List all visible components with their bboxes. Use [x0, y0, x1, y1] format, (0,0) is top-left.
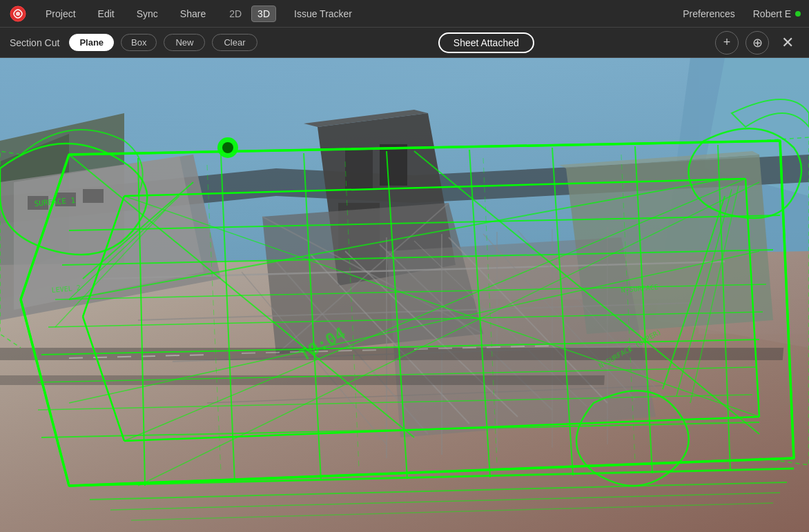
water-area — [699, 58, 809, 334]
pin-button[interactable]: ⊕ — [745, 31, 769, 55]
user-name: Robert E — [753, 8, 791, 19]
online-indicator — [795, 11, 801, 17]
logo-icon — [10, 6, 26, 22]
add-section-button[interactable]: + — [715, 31, 739, 55]
section-bar: Section Cut Plane Box New Clear Sheet At… — [0, 28, 809, 58]
menu-sync[interactable]: Sync — [133, 6, 162, 22]
sheet-attached-button[interactable]: Sheet Attached — [438, 32, 534, 53]
scene-background — [0, 58, 809, 532]
close-button[interactable]: ✕ — [776, 32, 799, 53]
svg-point-1 — [16, 12, 20, 16]
user-info: Robert E — [753, 8, 801, 19]
3d-viewport[interactable]: SURFACE 1 LEVEL 2 TO:04 N-SURFACE N-SURF… — [0, 58, 809, 532]
new-button[interactable]: New — [164, 34, 205, 51]
view-3d-button[interactable]: 3D — [251, 6, 276, 22]
menu-preferences[interactable]: Preferences — [679, 6, 739, 22]
app-logo[interactable] — [8, 4, 28, 23]
box-button[interactable]: Box — [121, 34, 157, 51]
section-cut-label: Section Cut — [10, 37, 59, 48]
menu-issue-tracker[interactable]: Issue Tracker — [290, 6, 356, 22]
plane-button[interactable]: Plane — [69, 34, 114, 51]
menu-project[interactable]: Project — [41, 6, 80, 22]
view-2d-button[interactable]: 2D — [224, 6, 247, 21]
menu-bar: Project Edit Sync Share 2D 3D Issue Trac… — [0, 0, 809, 28]
view-toggle: 2D 3D — [224, 6, 276, 22]
clear-button[interactable]: Clear — [212, 34, 257, 51]
menu-edit[interactable]: Edit — [94, 6, 119, 22]
menu-share[interactable]: Share — [176, 6, 210, 22]
